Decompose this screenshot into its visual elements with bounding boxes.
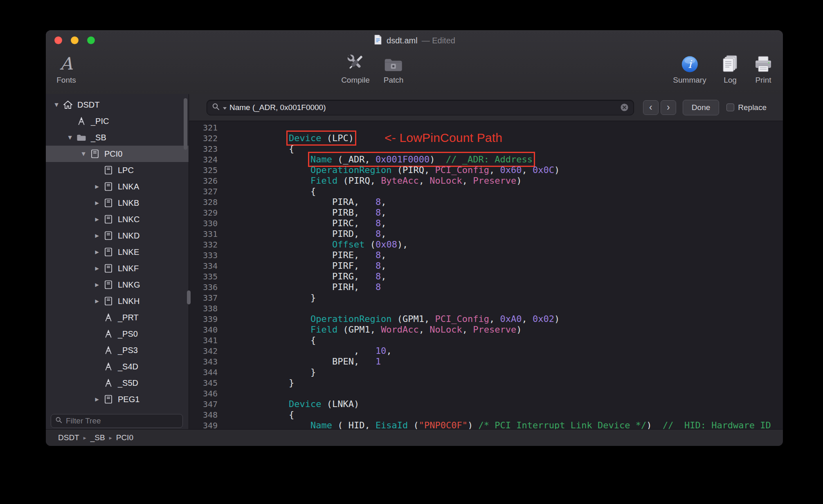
line-number: 347 <box>189 399 218 410</box>
method-icon <box>102 362 115 371</box>
tree-item-label: _PS3 <box>118 346 138 355</box>
search-menu-chevron-icon[interactable] <box>223 104 227 111</box>
device-icon <box>102 231 115 241</box>
device-icon <box>102 165 115 175</box>
breadcrumb: DSDT▸_SB▸PCI0 <box>46 429 783 446</box>
code-text: Field (GPM1, WordAcc, NoLock, Preserve) <box>224 324 522 335</box>
code-text: PIRF, 8, <box>224 261 386 271</box>
annotation-box: Name (_ADR, 0x001F0000) // _ADR: Address <box>310 154 533 164</box>
tree-item-_pic[interactable]: _PIC <box>46 113 189 129</box>
sidebar-scrollbar-thumb[interactable] <box>184 98 187 150</box>
disclosure-closed-icon[interactable]: ▶ <box>92 282 102 288</box>
tree-item-lnkb[interactable]: ▶LNKB <box>46 195 189 211</box>
filter-tree-input[interactable]: Filter Tree <box>51 414 183 428</box>
annotation-note: <- LowPinCount Path <box>385 131 502 145</box>
toolbar-item-fonts[interactable]: A Fonts <box>56 52 76 85</box>
tree-item-label: LNKD <box>118 231 139 241</box>
tree-item-label: LNKA <box>118 182 139 191</box>
breadcrumb-item-dsdt[interactable]: DSDT <box>58 433 79 442</box>
breadcrumb-item-pci0[interactable]: PCI0 <box>116 433 133 442</box>
device-icon <box>102 198 115 208</box>
toolbar-item-log[interactable]: Log <box>722 52 739 85</box>
find-previous-button[interactable]: ‹ <box>643 100 659 115</box>
code-line: 325 OperationRegion (PIRQ, PCI_Config, 0… <box>189 165 783 176</box>
code-line: 340 Field (GPM1, WordAcc, NoLock, Preser… <box>189 324 783 335</box>
device-icon <box>102 247 115 257</box>
tree-item-_ps0[interactable]: _PS0 <box>46 326 189 342</box>
tree-item-_sb[interactable]: ▼_SB <box>46 129 189 146</box>
tree-item-label: _SB <box>91 133 106 142</box>
toolbar-label: Patch <box>384 76 404 85</box>
code-text: Device (LNKA) <box>224 399 359 410</box>
toolbar-item-summary[interactable]: i Summary <box>673 52 706 85</box>
device-icon <box>102 182 115 191</box>
line-number: 334 <box>189 261 218 271</box>
code-line: 326 Field (PIRQ, ByteAcc, NoLock, Preser… <box>189 176 783 186</box>
disclosure-open-icon[interactable]: ▼ <box>65 135 75 140</box>
code-text: { <box>224 186 316 197</box>
compile-tools-icon <box>345 52 366 73</box>
pane-splitter-handle[interactable] <box>187 290 191 304</box>
disclosure-closed-icon[interactable]: ▶ <box>92 249 102 255</box>
tree-item-_prt[interactable]: _PRT <box>46 309 189 326</box>
tree-item-lnke[interactable]: ▶LNKE <box>46 244 189 260</box>
tree-item-lpc[interactable]: LPC <box>46 162 189 178</box>
tree-item-dsdt[interactable]: ▼DSDT <box>46 97 189 113</box>
tree-item-label: _PS0 <box>118 329 138 339</box>
device-icon <box>102 214 115 224</box>
line-number: 336 <box>189 282 218 292</box>
disclosure-closed-icon[interactable]: ▶ <box>92 184 102 189</box>
replace-toggle[interactable]: Replace <box>726 103 767 112</box>
tree-item-label: LNKH <box>118 297 139 306</box>
tree-item-label: LNKE <box>118 248 139 257</box>
find-next-button[interactable]: › <box>661 100 676 115</box>
tree-item-_s5d[interactable]: _S5D <box>46 375 189 391</box>
disclosure-closed-icon[interactable]: ▶ <box>92 266 102 271</box>
code-line: 344 } <box>189 367 783 378</box>
tree-item-lnka[interactable]: ▶LNKA <box>46 178 189 195</box>
disclosure-closed-icon[interactable]: ▶ <box>92 200 102 206</box>
tree-item-lnkh[interactable]: ▶LNKH <box>46 293 189 309</box>
toolbar-item-print[interactable]: Print <box>754 52 773 85</box>
code-text: Name (_HID, EisaId ("PNP0C0F") /* PCI In… <box>224 420 771 430</box>
line-number: 342 <box>189 346 218 356</box>
tree-item-_ps3[interactable]: _PS3 <box>46 342 189 358</box>
tree-item-peg1[interactable]: ▶PEG1 <box>46 391 189 405</box>
disclosure-closed-icon[interactable]: ▶ <box>92 233 102 239</box>
tree-item-label: DSDT <box>77 100 99 110</box>
breadcrumb-item-_sb[interactable]: _SB <box>90 433 105 442</box>
search-input[interactable]: Name (_ADR, 0x001F0000) <box>207 100 634 115</box>
tree-item-lnkd[interactable]: ▶LNKD <box>46 227 189 244</box>
desktop: { "colors": { "accent_red": "#e8392c", "… <box>0 0 823 504</box>
code-line: 343 BPEN, 1 <box>189 356 783 367</box>
line-number: 337 <box>189 292 218 303</box>
disclosure-open-icon[interactable]: ▼ <box>52 102 61 108</box>
disclosure-closed-icon[interactable]: ▶ <box>92 298 102 304</box>
disclosure-closed-icon[interactable]: ▶ <box>92 216 102 222</box>
line-number: 328 <box>189 197 218 207</box>
tree-item-lnkf[interactable]: ▶LNKF <box>46 260 189 277</box>
code-text: PIRA, 8, <box>224 197 386 207</box>
toolbar-item-compile[interactable]: Compile <box>341 52 370 85</box>
chevron-left-icon: ‹ <box>649 103 652 112</box>
replace-checkbox[interactable] <box>726 104 734 111</box>
code-line: 342 , 10, <box>189 346 783 356</box>
disclosure-open-icon[interactable]: ▼ <box>79 151 88 157</box>
find-nav-buttons: ‹ › <box>643 100 676 115</box>
code-line: 331 PIRD, 8, <box>189 229 783 239</box>
code-line: 330 PIRC, 8, <box>189 218 783 229</box>
code-text: BPEN, 1 <box>224 356 381 367</box>
tree-item-pci0[interactable]: ▼PCI0 <box>46 146 189 162</box>
done-button[interactable]: Done <box>683 100 719 115</box>
code-text: { <box>224 144 294 154</box>
code-editor[interactable]: 321322 Device (LPC)323 {324 Name (_ADR, … <box>189 122 783 430</box>
tree-item-lnkg[interactable]: ▶LNKG <box>46 277 189 293</box>
tree-item-_s4d[interactable]: _S4D <box>46 358 189 375</box>
tree-item-lnkc[interactable]: ▶LNKC <box>46 211 189 227</box>
device-icon <box>102 280 115 290</box>
toolbar-item-patch[interactable]: Patch <box>384 52 404 85</box>
code-line: 349 Name (_HID, EisaId ("PNP0C0F") /* PC… <box>189 420 783 430</box>
clear-search-button[interactable] <box>620 103 629 112</box>
filter-tree-placeholder: Filter Tree <box>66 416 101 425</box>
disclosure-closed-icon[interactable]: ▶ <box>92 396 102 402</box>
